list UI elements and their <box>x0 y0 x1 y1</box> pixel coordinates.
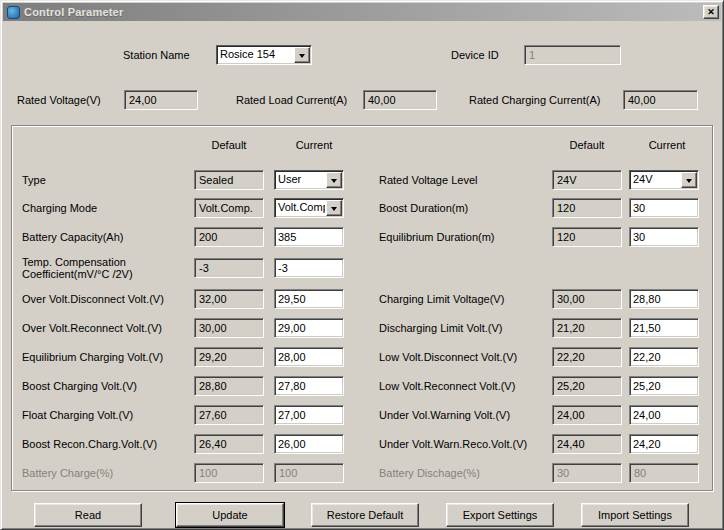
equilibrium-duration-current-input[interactable] <box>629 227 699 247</box>
update-button[interactable]: Update <box>176 503 284 527</box>
rated-charging-current-field: 40,00 <box>623 90 698 110</box>
low-volt-disconnect-label: Low Volt.Disconnect Volt.(V) <box>379 351 552 363</box>
left-parameter-column: Type Sealed User Charging Mode Volt.Comp… <box>22 166 344 487</box>
row-low-volt-disconnect: Low Volt.Disconnect Volt.(V) 22,20 <box>379 342 699 371</box>
row-rated-voltage-level: Rated Voltage Level 24V 24V <box>379 166 699 194</box>
battery-capacity-current-input[interactable] <box>274 227 344 247</box>
device-id-field: 1 <box>524 45 621 65</box>
row-equilibrium-duration: Equilibrium Duration(m) 120 <box>379 222 699 251</box>
float-charging-label: Float Charging Volt.(V) <box>22 409 194 421</box>
type-default-field: Sealed <box>194 170 264 190</box>
row-equilibrium-charging: Equilibrium Charging Volt.(V) 29,20 <box>22 342 344 371</box>
device-id-label: Device ID <box>451 49 499 61</box>
under-vol-warning-current-input[interactable] <box>629 405 699 425</box>
read-button[interactable]: Read <box>34 503 142 527</box>
type-current-select[interactable]: User <box>274 170 344 190</box>
charging-mode-current-select[interactable]: Volt.Comp <box>274 198 344 218</box>
temp-compensation-current-input[interactable] <box>274 258 344 278</box>
right-parameter-column: Rated Voltage Level 24V 24V Boost Durati… <box>379 166 699 487</box>
boost-duration-current-input[interactable] <box>629 198 699 218</box>
over-volt-reconnect-current-input[interactable] <box>274 318 344 338</box>
charging-limit-current-input[interactable] <box>629 289 699 309</box>
float-charging-default-field: 27,60 <box>194 405 264 425</box>
row-battery-capacity: Battery Capacity(Ah) 200 <box>22 222 344 251</box>
under-volt-warn-reco-default-field: 24,40 <box>552 434 622 454</box>
under-vol-warning-label: Under Vol.Warning Volt.(V) <box>379 409 552 421</box>
discharging-limit-current-input[interactable] <box>629 318 699 338</box>
row-charging-mode: Charging Mode Volt.Comp. Volt.Comp <box>22 194 344 222</box>
boost-recon-charg-current-input[interactable] <box>274 434 344 454</box>
under-volt-warn-reco-current-input[interactable] <box>629 434 699 454</box>
battery-dischage-label: Battery Dischage(%) <box>379 467 552 479</box>
discharging-limit-label: Discharging Limit Volt.(V) <box>379 322 552 334</box>
type-label: Type <box>22 174 194 186</box>
dropdown-arrow-icon[interactable] <box>326 200 342 216</box>
close-button[interactable]: ✕ <box>703 5 719 19</box>
row-under-volt-warn-reco: Under Volt.Warn.Reco.Volt.(V) 24,40 <box>379 429 699 458</box>
row-boost-recon-charg: Boost Recon.Charg.Volt.(V) 26,40 <box>22 429 344 458</box>
control-parameter-dialog: Control Parameter ✕ Station Name Rosice … <box>0 0 724 530</box>
boost-duration-label: Boost Duration(m) <box>379 202 552 214</box>
row-over-volt-reconnect: Over Volt.Reconnect Volt.(V) 30,00 <box>22 313 344 342</box>
battery-capacity-default-field: 200 <box>194 227 264 247</box>
equilibrium-duration-default-field: 120 <box>552 227 622 247</box>
row-over-volt-disconnect: Over Volt.Disconnect Volt.(V) 32,00 <box>22 284 344 313</box>
row-float-charging: Float Charging Volt.(V) 27,60 <box>22 400 344 429</box>
right-default-header: Default <box>552 139 622 151</box>
app-icon <box>7 6 20 19</box>
row-low-volt-reconnect: Low Volt.Reconnect Volt.(V) 25,20 <box>379 371 699 400</box>
rated-load-current-label: Rated Load Current(A) <box>236 94 347 106</box>
over-volt-disconnect-current-input[interactable] <box>274 289 344 309</box>
row-under-vol-warning: Under Vol.Warning Volt.(V) 24,00 <box>379 400 699 429</box>
low-volt-reconnect-current-input[interactable] <box>629 376 699 396</box>
title-bar: Control Parameter ✕ <box>3 3 721 21</box>
low-volt-disconnect-default-field: 22,20 <box>552 347 622 367</box>
restore-default-button[interactable]: Restore Default <box>311 503 419 527</box>
charging-mode-label: Charging Mode <box>22 202 194 214</box>
over-volt-reconnect-label: Over Volt.Reconnect Volt.(V) <box>22 322 194 334</box>
boost-charging-default-field: 28,80 <box>194 376 264 396</box>
row-charging-limit: Charging Limit Voltage(V) 30,00 <box>379 284 699 313</box>
battery-capacity-label: Battery Capacity(Ah) <box>22 231 194 243</box>
boost-charging-current-input[interactable] <box>274 376 344 396</box>
charging-limit-label: Charging Limit Voltage(V) <box>379 293 552 305</box>
rated-voltage-field: 24,00 <box>124 90 198 110</box>
temp-compensation-default-field: -3 <box>194 258 264 278</box>
row-battery-charge: Battery Charge(%) 100 100 <box>22 458 344 487</box>
boost-recon-charg-default-field: 26,40 <box>194 434 264 454</box>
battery-charge-current-field: 100 <box>274 463 344 483</box>
rated-charging-current-label: Rated Charging Current(A) <box>469 94 600 106</box>
equilibrium-charging-current-input[interactable] <box>274 347 344 367</box>
charging-mode-default-field: Volt.Comp. <box>194 198 264 218</box>
row-boost-duration: Boost Duration(m) 120 <box>379 194 699 222</box>
window-title: Control Parameter <box>24 6 123 18</box>
dropdown-arrow-icon[interactable] <box>681 172 697 188</box>
rated-voltage-label: Rated Voltage(V) <box>17 94 101 106</box>
rated-voltage-level-default-field: 24V <box>552 170 622 190</box>
boost-charging-label: Boost Charging Volt.(V) <box>22 380 194 392</box>
under-vol-warning-default-field: 24,00 <box>552 405 622 425</box>
battery-charge-label: Battery Charge(%) <box>22 467 194 479</box>
under-volt-warn-reco-label: Under Volt.Warn.Reco.Volt.(V) <box>379 438 552 450</box>
right-current-header: Current <box>632 139 702 151</box>
left-default-header: Default <box>194 139 264 151</box>
import-settings-button[interactable]: Import Settings <box>581 503 689 527</box>
station-name-label: Station Name <box>123 49 190 61</box>
low-volt-disconnect-current-input[interactable] <box>629 347 699 367</box>
float-charging-current-input[interactable] <box>274 405 344 425</box>
rated-voltage-level-current-select[interactable]: 24V <box>629 170 699 190</box>
boost-recon-charg-label: Boost Recon.Charg.Volt.(V) <box>22 438 194 450</box>
dropdown-arrow-icon[interactable] <box>326 172 342 188</box>
export-settings-button[interactable]: Export Settings <box>446 503 554 527</box>
close-icon: ✕ <box>707 7 715 18</box>
over-volt-disconnect-default-field: 32,00 <box>194 289 264 309</box>
low-volt-reconnect-default-field: 25,20 <box>552 376 622 396</box>
row-type: Type Sealed User <box>22 166 344 194</box>
dropdown-arrow-icon[interactable] <box>294 47 310 63</box>
equilibrium-duration-label: Equilibrium Duration(m) <box>379 231 552 243</box>
left-current-header: Current <box>279 139 349 151</box>
station-name-select[interactable]: Rosice 154 <box>216 45 312 65</box>
rated-load-current-field: 40,00 <box>363 90 437 110</box>
battery-dischage-default-field: 30 <box>552 463 622 483</box>
charging-limit-default-field: 30,00 <box>552 289 622 309</box>
